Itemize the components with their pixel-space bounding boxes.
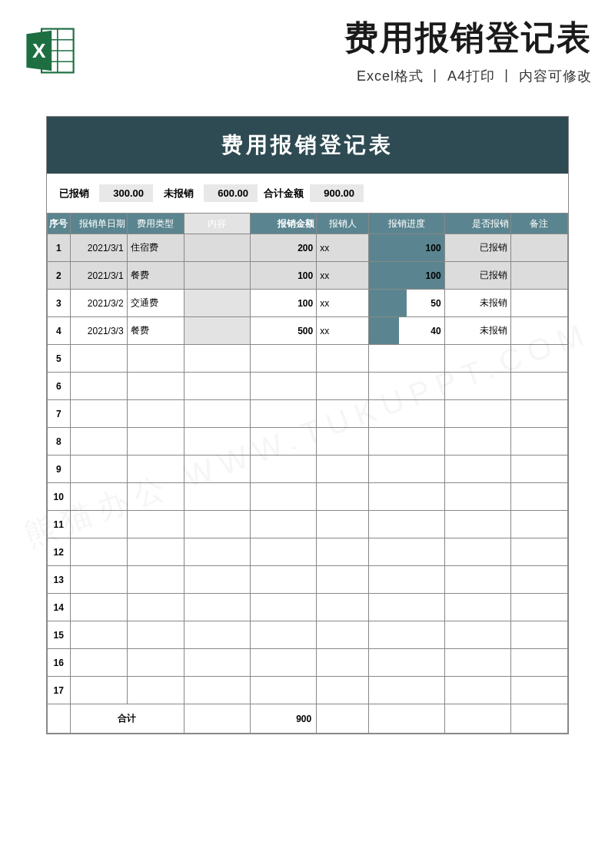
cell-amount <box>250 483 316 511</box>
cell-content <box>184 566 250 594</box>
table-row: 11 <box>48 511 568 538</box>
col-status: 是否报销 <box>444 214 510 234</box>
cell-content <box>184 483 250 511</box>
cell-content <box>184 234 250 262</box>
cell-seq: 7 <box>48 400 71 428</box>
cell-person <box>317 594 369 621</box>
cell-amount <box>250 538 316 566</box>
cell-amount <box>250 566 316 594</box>
cell-person <box>317 621 369 649</box>
cell-progress: 40 <box>369 317 445 345</box>
cell-person <box>317 373 369 400</box>
total-label: 合计金额 <box>264 187 304 200</box>
cell-date <box>70 373 127 400</box>
cell-status <box>444 566 510 594</box>
cell-status <box>444 345 510 373</box>
cell-date <box>70 649 127 677</box>
cell-type <box>127 594 184 621</box>
cell-person <box>317 677 369 704</box>
cell <box>48 704 71 734</box>
cell-status <box>444 649 510 677</box>
cell-status <box>444 538 510 566</box>
cell-status <box>444 428 510 456</box>
cell <box>369 704 445 734</box>
cell-status: 未报销 <box>444 317 510 345</box>
cell-seq: 17 <box>48 677 71 704</box>
cell-seq: 16 <box>48 649 71 677</box>
cell-date <box>70 456 127 483</box>
cell-remark <box>510 511 567 538</box>
cell-person <box>317 566 369 594</box>
cell-person <box>317 511 369 538</box>
cell-status <box>444 483 510 511</box>
cell-person <box>317 428 369 456</box>
cell-date: 2021/3/1 <box>70 262 127 290</box>
cell-remark <box>510 290 567 317</box>
table-row: 42021/3/3餐费500xx40未报销 <box>48 317 568 345</box>
cell-content <box>184 649 250 677</box>
cell-progress: 100 <box>369 262 445 290</box>
cell-seq: 5 <box>48 345 71 373</box>
cell-progress <box>369 566 445 594</box>
cell-type <box>127 373 184 400</box>
cell-person <box>317 483 369 511</box>
cell-person <box>317 345 369 373</box>
cell-seq: 13 <box>48 566 71 594</box>
cell-remark <box>510 677 567 704</box>
cell-remark <box>510 317 567 345</box>
table-row: 10 <box>48 483 568 511</box>
reimbursed-label: 已报销 <box>55 187 93 200</box>
total-value: 900.00 <box>310 184 364 202</box>
cell-status <box>444 621 510 649</box>
cell-status <box>444 400 510 428</box>
main-title: 费用报销登记表 <box>88 15 592 61</box>
cell-remark <box>510 400 567 428</box>
cell-progress <box>369 621 445 649</box>
cell-progress <box>369 677 445 704</box>
table-row: 5 <box>48 345 568 373</box>
table-row: 22021/3/1餐费100xx100已报销 <box>48 262 568 290</box>
cell-remark <box>510 566 567 594</box>
cell-date <box>70 511 127 538</box>
cell-content <box>184 677 250 704</box>
cell-content <box>184 621 250 649</box>
cell-seq: 14 <box>48 594 71 621</box>
cell-type <box>127 511 184 538</box>
cell-content <box>184 290 250 317</box>
cell-remark <box>510 649 567 677</box>
cell-date <box>70 566 127 594</box>
table-row: 8 <box>48 428 568 456</box>
cell-status <box>444 373 510 400</box>
cell-progress <box>369 373 445 400</box>
cell <box>510 704 567 734</box>
summary-row: 已报销 300.00 未报销 600.00 合计金额 900.00 <box>47 174 568 213</box>
cell-status: 未报销 <box>444 290 510 317</box>
cell-seq: 8 <box>48 428 71 456</box>
cell-type <box>127 428 184 456</box>
cell-content <box>184 511 250 538</box>
table-row: 32021/3/2交通费100xx50未报销 <box>48 290 568 317</box>
cell-type <box>127 400 184 428</box>
cell-amount <box>250 400 316 428</box>
total-row: 合计900 <box>48 704 568 734</box>
cell-type <box>127 456 184 483</box>
sub-title: Excel格式 丨 A4打印 丨 内容可修改 <box>88 67 592 85</box>
cell-person <box>317 400 369 428</box>
cell-type: 交通费 <box>127 290 184 317</box>
cell-content <box>184 317 250 345</box>
cell-type <box>127 621 184 649</box>
cell-type <box>127 538 184 566</box>
svg-text:X: X <box>32 38 46 61</box>
cell-progress: 100 <box>369 234 445 262</box>
header-text: 费用报销登记表 Excel格式 丨 A4打印 丨 内容可修改 <box>88 15 592 85</box>
cell-person <box>317 456 369 483</box>
table-row: 12021/3/1住宿费200xx100已报销 <box>48 234 568 262</box>
cell-seq: 10 <box>48 483 71 511</box>
cell-type: 住宿费 <box>127 234 184 262</box>
cell-date: 2021/3/1 <box>70 234 127 262</box>
cell-seq: 11 <box>48 511 71 538</box>
cell-progress <box>369 456 445 483</box>
cell-type <box>127 483 184 511</box>
cell <box>184 704 250 734</box>
cell-date <box>70 483 127 511</box>
